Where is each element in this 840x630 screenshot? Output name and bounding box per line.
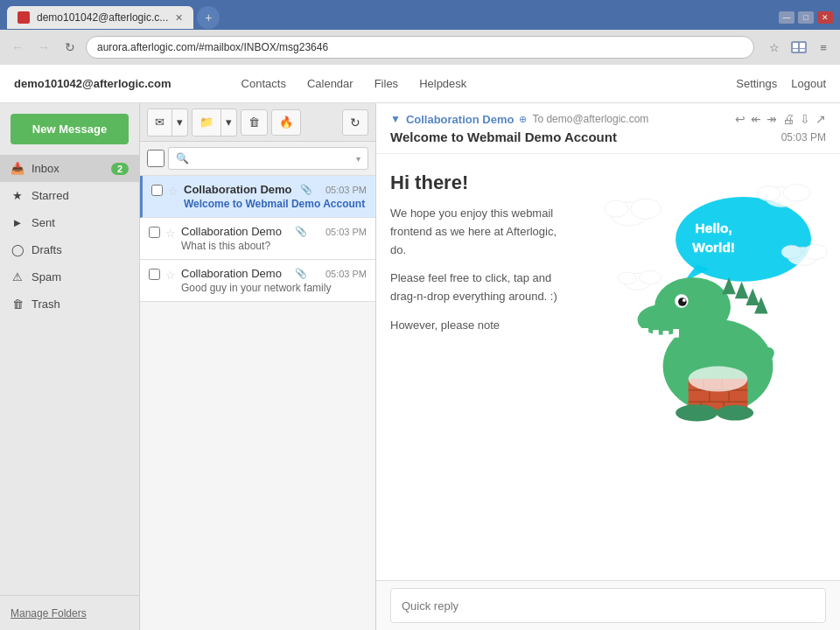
reply-button[interactable]: ↩ — [735, 112, 746, 126]
mail-sender-3: Collaboration Demo — [181, 267, 282, 280]
extensions-icon[interactable] — [789, 38, 808, 57]
tab-close-button[interactable]: ✕ — [175, 12, 183, 24]
star-icon-1[interactable]: ☆ — [168, 185, 178, 198]
manage-folders-link[interactable]: Manage Folders — [10, 607, 87, 620]
drafts-icon: ◯ — [10, 243, 24, 256]
add-to-contacts-button[interactable]: ⊕ — [519, 114, 527, 125]
mail-item-header-1: Collaboration Demo 📎 05:03 PM — [184, 183, 367, 196]
sidebar-label-drafts: Drafts — [32, 243, 129, 256]
logout-link[interactable]: Logout — [791, 77, 826, 90]
mail-area: ✉ ▾ 📁 ▾ 🗑 🔥 ↻ — [140, 103, 376, 630]
nav-right-icons: ☆ ≡ — [765, 38, 833, 57]
sidebar-label-inbox: Inbox — [32, 162, 104, 175]
mail-item-content-3: Collaboration Demo 📎 05:03 PM Good guy i… — [181, 267, 367, 294]
search-input[interactable] — [192, 152, 353, 164]
reload-button[interactable]: ↻ — [60, 37, 80, 58]
svg-point-26 — [678, 298, 687, 306]
move-toolbar-arrow[interactable]: ▾ — [220, 109, 236, 136]
collapse-button[interactable]: ▼ — [390, 113, 401, 125]
svg-marker-34 — [746, 289, 759, 305]
star-icon-2[interactable]: ☆ — [165, 227, 176, 240]
svg-rect-4 — [800, 49, 805, 52]
svg-text:Hello,: Hello, — [696, 220, 732, 235]
close-button[interactable]: ✕ — [817, 11, 833, 24]
menu-icon[interactable]: ≡ — [814, 38, 833, 57]
select-all-checkbox[interactable] — [147, 150, 164, 167]
trash-icon: 🗑 — [10, 298, 24, 311]
attachment-icon-3: 📎 — [295, 268, 307, 279]
svg-rect-2 — [800, 43, 805, 48]
inbox-toolbar-arrow[interactable]: ▾ — [172, 109, 187, 136]
message-para-2: Please feel free to click, tap and drag-… — [390, 270, 565, 306]
mail-checkbox-1[interactable] — [151, 185, 163, 196]
mail-checkbox-3[interactable] — [149, 269, 160, 280]
title-bar: demo101042@afterlogic.c... ✕ + — □ ✕ — [0, 0, 840, 30]
download-button[interactable]: ⇩ — [800, 112, 810, 126]
star-icon-3[interactable]: ☆ — [165, 269, 176, 282]
open-external-button[interactable]: ↗ — [816, 112, 826, 126]
reply-all-button[interactable]: ↞ — [751, 112, 761, 126]
message-time: 05:03 PM — [781, 131, 826, 144]
svg-point-13 — [783, 185, 810, 201]
message-body: Hi there! We hope you enjoy this webmail… — [376, 154, 840, 580]
move-icon: 📁 — [200, 116, 214, 129]
inbox-toolbar-icon: ✉ — [155, 116, 164, 129]
sidebar-item-drafts[interactable]: ◯ Drafts — [0, 236, 139, 263]
sidebar-item-sent[interactable]: ► Sent — [0, 209, 139, 236]
new-tab-button[interactable]: + — [197, 6, 220, 29]
search-container: 🔍 ▾ — [168, 147, 368, 170]
mail-item-content-1: Collaboration Demo 📎 05:03 PM Welcome to… — [184, 183, 367, 210]
nav-contacts[interactable]: Contacts — [242, 77, 286, 90]
inbox-toolbar-button[interactable]: ✉ — [148, 109, 172, 136]
mail-item-1[interactable]: ☆ Collaboration Demo 📎 05:03 PM Welcome … — [140, 176, 375, 218]
mail-subject-2: What is this about? — [181, 240, 367, 252]
mail-item-3[interactable]: ☆ Collaboration Demo 📎 05:03 PM Good guy… — [140, 260, 375, 302]
move-toolbar-button[interactable]: 📁 — [192, 109, 220, 136]
sidebar-label-starred: Starred — [32, 189, 129, 202]
settings-link[interactable]: Settings — [736, 77, 777, 90]
svg-marker-33 — [735, 282, 748, 298]
print-button[interactable]: 🖨 — [782, 112, 794, 126]
mail-sender-2: Collaboration Demo — [181, 225, 282, 238]
search-dropdown-arrow[interactable]: ▾ — [356, 154, 360, 164]
forward-button[interactable]: ↠ — [766, 112, 777, 126]
quick-reply-input[interactable] — [390, 588, 826, 623]
maximize-button[interactable]: □ — [798, 11, 814, 24]
fire-toolbar-button[interactable]: 🔥 — [271, 109, 301, 136]
mail-item-2[interactable]: ☆ Collaboration Demo 📎 05:03 PM What is … — [140, 218, 375, 260]
mail-checkbox-2[interactable] — [149, 227, 160, 238]
new-message-button[interactable]: New Message — [10, 114, 129, 144]
delete-toolbar-button[interactable]: 🗑 — [241, 109, 268, 136]
dino-svg-image: Hello, World! — [583, 172, 828, 434]
sidebar-item-inbox[interactable]: 📥 Inbox 2 — [0, 155, 139, 182]
tab-favicon-icon — [18, 11, 30, 24]
mail-time-3: 05:03 PM — [326, 269, 367, 279]
mail-subject-1: Welcome to Webmail Demo Account — [184, 198, 367, 210]
window-controls: — □ ✕ — [779, 11, 833, 24]
sidebar-item-spam[interactable]: ⚠ Spam — [0, 263, 139, 290]
sidebar-item-starred[interactable]: ★ Starred — [0, 182, 139, 209]
nav-calendar[interactable]: Calendar — [307, 77, 354, 90]
browser-chrome: demo101042@afterlogic.c... ✕ + — □ ✕ ← →… — [0, 0, 840, 65]
nav-files[interactable]: Files — [374, 77, 398, 90]
inbox-icon: 📥 — [10, 162, 24, 175]
mail-time-1: 05:03 PM — [326, 185, 367, 195]
back-button[interactable]: ← — [7, 37, 28, 58]
minimize-button[interactable]: — — [779, 11, 794, 24]
message-para-3: However, please note — [390, 317, 565, 335]
svg-rect-28 — [641, 328, 648, 337]
mail-item-content-2: Collaboration Demo 📎 05:03 PM What is th… — [181, 225, 367, 252]
address-bar[interactable]: aurora.afterlogic.com/#mailbox/INBOX/msg… — [86, 36, 754, 59]
active-tab[interactable]: demo101042@afterlogic.c... ✕ — [7, 6, 193, 29]
forward-button[interactable]: → — [33, 37, 54, 58]
refresh-button[interactable]: ↻ — [342, 109, 368, 136]
nav-helpdesk[interactable]: Helpdesk — [419, 77, 466, 90]
attachment-icon-1: 📎 — [300, 184, 312, 195]
bookmark-icon[interactable]: ☆ — [765, 38, 784, 57]
message-actions: ↩ ↞ ↠ 🖨 ⇩ ↗ — [735, 112, 826, 126]
sidebar-item-trash[interactable]: 🗑 Trash — [0, 290, 139, 318]
svg-rect-31 — [673, 329, 679, 338]
svg-rect-1 — [793, 43, 798, 48]
svg-text:World!: World! — [692, 240, 735, 255]
sidebar-label-trash: Trash — [32, 298, 129, 311]
